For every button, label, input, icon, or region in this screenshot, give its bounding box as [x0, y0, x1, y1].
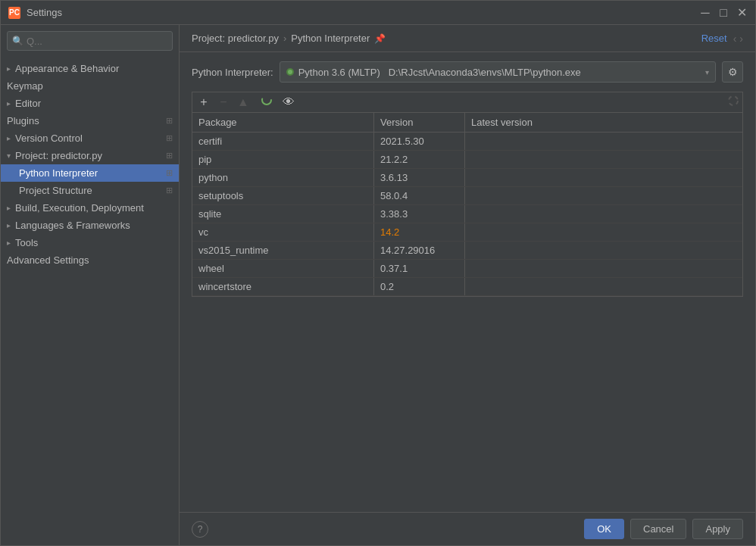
- package-latest: [465, 260, 742, 277]
- package-latest: [465, 133, 742, 150]
- sidebar-item-appearance[interactable]: ▸ Appearance & Behavior: [1, 60, 179, 77]
- breadcrumb-project: Project: predictor.py: [192, 33, 279, 44]
- svg-point-0: [262, 95, 271, 105]
- table-row[interactable]: vs2015_runtime14.27.29016: [192, 242, 742, 260]
- column-header-version[interactable]: Version: [374, 113, 465, 132]
- up-button[interactable]: ▲: [235, 94, 251, 111]
- package-name: setuptools: [192, 187, 374, 204]
- arrow-icon: ▸: [7, 239, 11, 247]
- sidebar-nav: ▸ Appearance & Behavior Keymap ▸ Editor …: [1, 57, 179, 545]
- reset-button[interactable]: Reset: [701, 33, 727, 44]
- breadcrumb-page: Python Interpreter: [291, 33, 370, 44]
- pin-icon: ⊞: [166, 116, 173, 126]
- window-controls: ─ □ ✕: [699, 7, 748, 19]
- interpreter-name: Python 3.6 (MLTP) D:\RJcst\Anaconda3\env…: [298, 67, 701, 78]
- apply-button[interactable]: Apply: [692, 519, 743, 539]
- sidebar-item-version-control[interactable]: ▸ Version Control ⊞: [1, 129, 179, 147]
- main-content: 🔍 ▸ Appearance & Behavior Keymap ▸ Edito…: [1, 25, 755, 545]
- table-row[interactable]: sqlite3.38.3: [192, 205, 742, 223]
- table-row[interactable]: wheel0.37.1: [192, 260, 742, 278]
- package-name: python: [192, 169, 374, 186]
- interpreter-dropdown[interactable]: Python 3.6 (MLTP) D:\RJcst\Anaconda3\env…: [280, 61, 716, 83]
- package-table-body: certifi2021.5.30pip21.2.2python3.6.13set…: [192, 133, 742, 296]
- interpreter-row: Python Interpreter: Python 3.6 (MLTP) D:…: [192, 61, 743, 83]
- svg-point-1: [729, 96, 738, 105]
- sidebar-item-python-interpreter[interactable]: Python Interpreter ⊞: [1, 164, 179, 182]
- bottom-bar: ? OK Cancel Apply: [180, 512, 755, 545]
- search-box[interactable]: 🔍: [7, 31, 173, 51]
- interpreter-status-dot: [286, 68, 294, 76]
- package-version: 2021.5.30: [374, 133, 465, 150]
- pin-icon: ⊞: [166, 168, 173, 178]
- app-icon: PC: [8, 7, 20, 19]
- search-input[interactable]: [27, 36, 167, 47]
- column-header-package[interactable]: Package: [192, 113, 374, 132]
- package-name: vs2015_runtime: [192, 242, 374, 259]
- right-panel: Project: predictor.py › Python Interpret…: [180, 25, 755, 545]
- help-button[interactable]: ?: [192, 521, 208, 538]
- panel-header-actions: Reset ‹ ›: [701, 33, 743, 45]
- sidebar-item-label: Version Control: [15, 133, 83, 144]
- package-latest: [465, 187, 742, 204]
- add-package-button[interactable]: +: [195, 94, 212, 111]
- close-button[interactable]: ✕: [736, 7, 748, 19]
- package-name: vc: [192, 223, 374, 241]
- table-row[interactable]: vc14.2: [192, 223, 742, 242]
- sidebar-item-label: Plugins: [7, 115, 39, 126]
- package-latest: [465, 242, 742, 259]
- eye-button[interactable]: 👁: [280, 94, 297, 111]
- package-version: 21.2.2: [374, 151, 465, 168]
- pin-icon: ⊞: [166, 133, 173, 143]
- sidebar-item-keymap[interactable]: Keymap: [1, 77, 179, 95]
- panel-content: Python Interpreter: Python 3.6 (MLTP) D:…: [180, 52, 755, 512]
- sidebar-item-label: Build, Execution, Deployment: [15, 202, 144, 214]
- package-table-area: + − ▲ 👁: [192, 92, 743, 297]
- sidebar-item-label: Languages & Frameworks: [15, 220, 130, 231]
- package-name: wheel: [192, 260, 374, 277]
- table-row[interactable]: certifi2021.5.30: [192, 133, 742, 151]
- sidebar-item-tools[interactable]: ▸ Tools: [1, 234, 179, 251]
- package-version: 14.27.29016: [374, 242, 465, 259]
- minimize-button[interactable]: ─: [699, 7, 711, 19]
- sidebar-item-label: Python Interpreter: [19, 167, 98, 179]
- sidebar-item-project-structure[interactable]: Project Structure ⊞: [1, 182, 179, 199]
- breadcrumb-separator: ›: [283, 33, 286, 44]
- table-row[interactable]: pip21.2.2: [192, 151, 742, 169]
- sidebar-item-build[interactable]: ▸ Build, Execution, Deployment: [1, 199, 179, 217]
- cancel-button[interactable]: Cancel: [630, 519, 686, 539]
- remove-package-button[interactable]: −: [215, 94, 232, 111]
- dropdown-arrow-icon: ▾: [705, 68, 709, 76]
- arrow-icon: ▸: [7, 204, 11, 212]
- table-row[interactable]: setuptools58.0.4: [192, 187, 742, 205]
- nav-back-button[interactable]: ‹: [733, 33, 737, 45]
- arrow-icon: ▸: [7, 64, 11, 73]
- sidebar-item-project[interactable]: ▾ Project: predictor.py ⊞: [1, 147, 179, 164]
- package-name: pip: [192, 151, 374, 168]
- sidebar-item-label: Editor: [15, 98, 41, 109]
- package-latest: [465, 205, 742, 223]
- package-latest: [465, 278, 742, 295]
- package-latest: [465, 223, 742, 241]
- breadcrumb: Project: predictor.py › Python Interpret…: [192, 33, 386, 44]
- table-row[interactable]: python3.6.13: [192, 169, 742, 187]
- ok-button[interactable]: OK: [584, 519, 624, 539]
- sidebar-item-plugins[interactable]: Plugins ⊞: [1, 112, 179, 129]
- table-row[interactable]: wincertstore0.2: [192, 278, 742, 296]
- search-icon: 🔍: [12, 36, 23, 46]
- table-toolbar: + − ▲ 👁: [192, 92, 742, 113]
- package-name: wincertstore: [192, 278, 374, 295]
- maximize-button[interactable]: □: [717, 7, 729, 19]
- nav-forward-button[interactable]: ›: [739, 33, 743, 45]
- pin-icon: ⊞: [166, 186, 173, 195]
- window-title: Settings: [27, 7, 62, 18]
- sidebar-item-advanced[interactable]: Advanced Settings: [1, 251, 179, 269]
- panel-header: Project: predictor.py › Python Interpret…: [180, 25, 755, 52]
- column-header-latest[interactable]: Latest version: [465, 113, 742, 132]
- title-bar: PC Settings ─ □ ✕: [1, 1, 755, 25]
- package-latest: [465, 169, 742, 186]
- package-latest: [465, 151, 742, 168]
- interpreter-settings-button[interactable]: ⚙: [722, 61, 743, 83]
- package-name: sqlite: [192, 205, 374, 223]
- sidebar-item-editor[interactable]: ▸ Editor: [1, 95, 179, 112]
- sidebar-item-languages[interactable]: ▸ Languages & Frameworks: [1, 217, 179, 234]
